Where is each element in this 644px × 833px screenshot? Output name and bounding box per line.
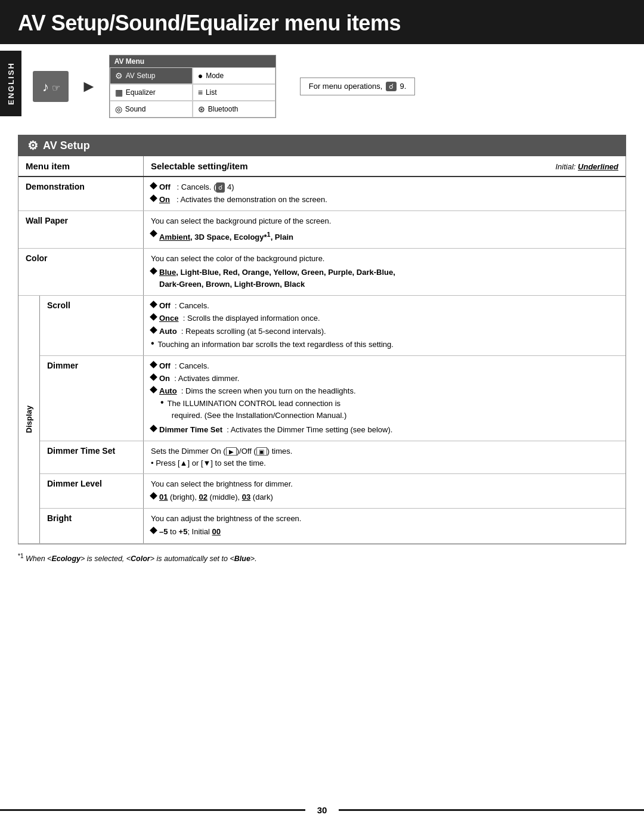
svg-text:♪: ♪ [42, 79, 49, 94]
demonstration-off: Off : Cancels. (☌ 4) [151, 181, 618, 193]
dimmer-off-icon: ▣ [256, 447, 267, 456]
inner-left-dimmer-time-set: Dimmer Time Set [40, 441, 144, 473]
row-right-color: You can select the color of the backgrou… [144, 249, 626, 295]
av-menu-title: AV Menu [110, 55, 275, 67]
table-header: Menu item Selectable setting/item Initia… [18, 156, 626, 177]
diamond-icon [150, 425, 157, 432]
diamond-icon [150, 373, 157, 381]
svg-text:☞: ☞ [52, 83, 60, 93]
row-left-wallpaper: Wall Paper [18, 211, 144, 248]
main-table: Menu item Selectable setting/item Initia… [18, 156, 626, 544]
display-label: Display [24, 401, 33, 438]
diamond-icon [150, 326, 157, 334]
av-menu-item-mode: ● Mode [193, 67, 275, 84]
inner-row-dimmer: Dimmer Off : Cancels. On : Activates dim… [40, 356, 626, 441]
table-row-wallpaper: Wall Paper You can select the background… [18, 211, 626, 249]
dot-icon: • [151, 339, 154, 348]
equalizer-icon: ▦ [115, 88, 123, 97]
diamond-icon [150, 267, 157, 275]
table-row-color: Color You can select the color of the ba… [18, 249, 626, 296]
inner-row-dimmer-level: Dimmer Level You can select the brightne… [40, 474, 626, 509]
inner-left-dimmer-level: Dimmer Level [40, 474, 144, 508]
col-setting-header: Selectable setting/item Initial: Underli… [144, 156, 626, 176]
bluetooth-icon: ⊛ [198, 104, 205, 114]
page-line-right [339, 809, 644, 811]
diamond-icon [150, 194, 157, 202]
diamond-icon [150, 301, 157, 308]
inner-right-bright: You can adjust the brightness of the scr… [144, 509, 626, 543]
av-menu-item-avsetup: ⚙ AV Setup [110, 67, 193, 84]
page-number: 30 [305, 805, 339, 815]
inner-row-bright: Bright You can adjust the brightness of … [40, 509, 626, 543]
music-note-icon: ♪ ☞ [39, 76, 63, 97]
table-row-demonstration: Demonstration Off : Cancels. (☌ 4) On : … [18, 177, 626, 211]
music-icon-box: ♪ ☞ [33, 71, 69, 102]
inner-row-scroll: Scroll Off : Cancels. Once : Scrolls the… [40, 296, 626, 356]
diamond-icon [150, 361, 157, 368]
page-title: AV Setup/Sound/Equalizer menu items [18, 11, 401, 36]
inner-right-scroll: Off : Cancels. Once : Scrolls the displa… [144, 296, 626, 355]
mode-icon: ● [198, 71, 203, 80]
col-initial: Initial: Underlined [556, 162, 619, 171]
diamond-icon [150, 527, 157, 535]
inner-right-dimmer-level: You can select the brightness for dimmer… [144, 474, 626, 508]
section-title: AV Setup [43, 140, 90, 152]
col-menu-header: Menu item [18, 156, 144, 176]
row-left-color: Color [18, 249, 144, 295]
dot-icon: • [160, 398, 164, 407]
section-gear-icon: ⚙ [27, 138, 38, 153]
diagram-section: ♪ ☞ ► AV Menu ⚙ AV Setup ● Mode ▦ Equali… [0, 44, 644, 129]
diamond-icon [150, 182, 157, 190]
inner-right-dimmer-time-set: Sets the Dimmer On (▶)/Off (▣) times. • … [144, 441, 626, 473]
row-right-wallpaper: You can select the background picture of… [144, 211, 626, 248]
diamond-icon [150, 314, 157, 321]
inner-left-dimmer: Dimmer [40, 356, 144, 441]
av-menu-item-list: ≡ List [193, 84, 275, 101]
demonstration-on: On : Activates the demonstration on the … [151, 194, 618, 206]
gear-icon: ⚙ [115, 71, 123, 80]
english-tab: ENGLISH [0, 51, 21, 116]
arrow-icon: ► [80, 77, 97, 96]
inner-left-scroll: Scroll [40, 296, 144, 355]
section-heading: ⚙ AV Setup [18, 135, 626, 156]
list-icon: ≡ [198, 88, 203, 97]
inner-left-bright: Bright [40, 509, 144, 543]
av-menu-grid: ⚙ AV Setup ● Mode ▦ Equalizer ≡ List ◎ S… [110, 67, 275, 117]
av-menu-item-bluetooth: ⊛ Bluetooth [193, 101, 275, 117]
page-number-bar: 30 [0, 805, 644, 815]
inner-right-dimmer: Off : Cancels. On : Activates dimmer. Au… [144, 356, 626, 441]
for-menu-note: For menu operations, ☌ 9. [300, 78, 416, 95]
av-menu-item-equalizer: ▦ Equalizer [110, 84, 193, 101]
diamond-icon [150, 230, 157, 238]
diamond-icon [150, 386, 157, 394]
title-bar: AV Setup/Sound/Equalizer menu items [0, 0, 644, 44]
row-right-demonstration: Off : Cancels. (☌ 4) On : Activates the … [144, 177, 626, 210]
search-ref-icon: ☌ [216, 182, 225, 193]
av-menu-item-sound: ◎ Sound [110, 101, 193, 117]
footer-note: *1 When <Ecology> is selected, <Color> i… [18, 553, 626, 563]
display-rows: Scroll Off : Cancels. Once : Scrolls the… [40, 296, 626, 543]
sound-icon: ◎ [115, 104, 122, 114]
diamond-icon [150, 492, 157, 500]
dimmer-on-icon: ▶ [226, 447, 237, 456]
display-section: Display Scroll Off : Cancels. Once : Scr… [18, 296, 626, 543]
table-body: Demonstration Off : Cancels. (☌ 4) On : … [18, 177, 626, 544]
page-line-left [0, 809, 305, 811]
row-left-demonstration: Demonstration [18, 177, 144, 210]
search-icon: ☌ [386, 82, 397, 91]
display-label-cell: Display [18, 296, 40, 543]
av-menu-box: AV Menu ⚙ AV Setup ● Mode ▦ Equalizer ≡ … [109, 55, 276, 118]
inner-row-dimmer-time-set: Dimmer Time Set Sets the Dimmer On (▶)/O… [40, 441, 626, 474]
